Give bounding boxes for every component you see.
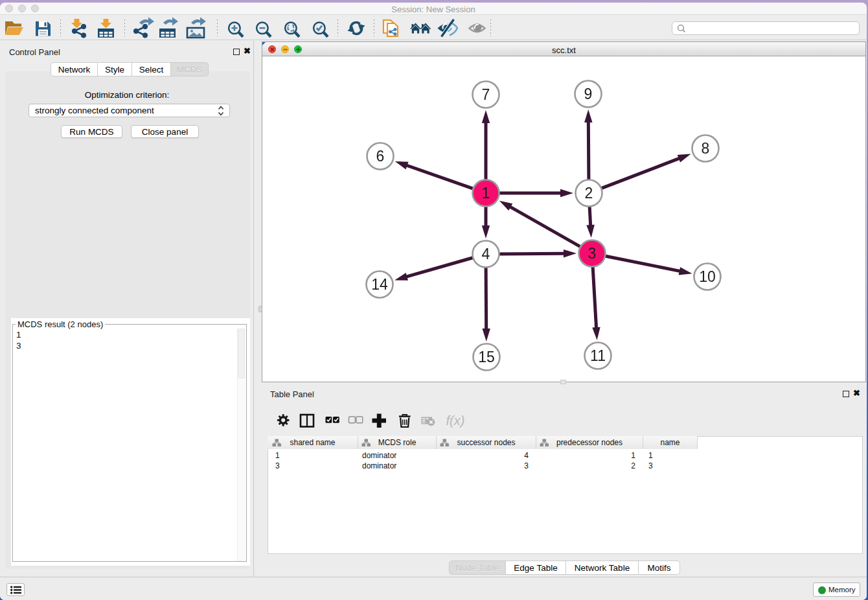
- svg-text:15: 15: [478, 349, 495, 365]
- svg-text:1: 1: [482, 185, 490, 202]
- svg-text:10: 10: [699, 268, 716, 285]
- svg-text:9: 9: [584, 86, 593, 102]
- svg-text:4: 4: [482, 246, 490, 262]
- svg-text:2: 2: [585, 185, 593, 202]
- svg-text:3: 3: [588, 245, 597, 262]
- svg-text:11: 11: [590, 347, 606, 364]
- svg-text:6: 6: [376, 148, 385, 165]
- svg-text:14: 14: [371, 276, 388, 293]
- svg-text:8: 8: [702, 140, 710, 157]
- svg-text:f(x): f(x): [446, 413, 465, 428]
- svg-text:7: 7: [482, 86, 490, 103]
